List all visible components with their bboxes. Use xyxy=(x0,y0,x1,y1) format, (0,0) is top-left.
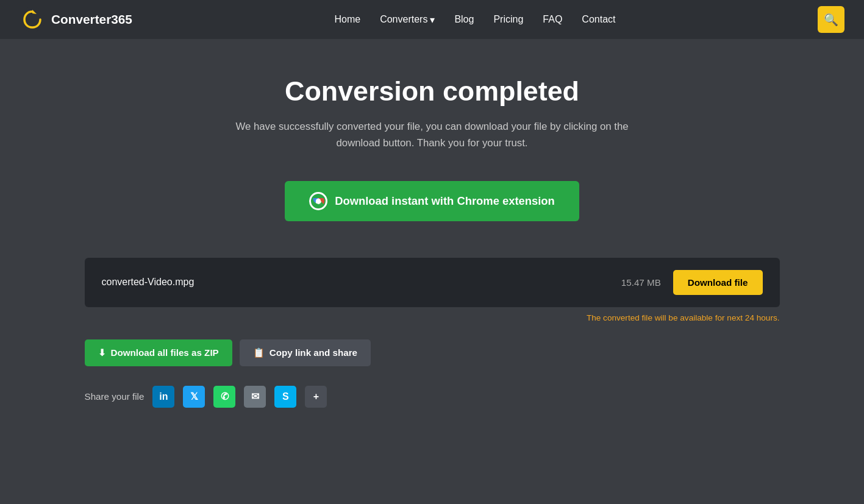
nav-home[interactable]: Home xyxy=(334,14,360,24)
download-file-button[interactable]: Download file xyxy=(673,270,763,295)
chrome-extension-button[interactable]: Download instant with Chrome extension xyxy=(285,181,579,221)
share-twitter-button[interactable]: 𝕏 xyxy=(183,386,205,408)
zip-label: Download all files as ZIP xyxy=(111,347,219,358)
copy-label: Copy link and share xyxy=(270,347,357,358)
copy-icon: 📋 xyxy=(253,347,265,358)
share-skype-button[interactable]: S xyxy=(274,386,296,408)
nav-pricing[interactable]: Pricing xyxy=(493,14,523,24)
svg-point-3 xyxy=(316,199,321,204)
linkedin-icon: in xyxy=(159,391,168,402)
download-zip-button[interactable]: ⬇ Download all files as ZIP xyxy=(85,339,232,366)
nav-blog[interactable]: Blog xyxy=(454,14,474,24)
twitter-icon: 𝕏 xyxy=(190,391,198,402)
file-row: converted-Video.mpg 15.47 MB Download fi… xyxy=(85,258,780,307)
share-whatsapp-button[interactable]: ✆ xyxy=(213,386,235,408)
copy-link-button[interactable]: 📋 Copy link and share xyxy=(240,339,371,366)
logo-text: Converter365 xyxy=(51,12,132,27)
main-content: Conversion completed We have successfull… xyxy=(0,39,864,432)
page-title: Conversion completed xyxy=(285,76,579,107)
file-row-container: converted-Video.mpg 15.47 MB Download fi… xyxy=(85,258,780,408)
navbar: Converter365 Home Converters Blog Pricin… xyxy=(0,0,864,39)
more-icon: + xyxy=(313,391,319,402)
skype-icon: S xyxy=(282,391,289,402)
search-icon: 🔍 xyxy=(824,13,838,27)
conversion-subtitle: We have successfully converted your file… xyxy=(219,119,646,152)
action-buttons: ⬇ Download all files as ZIP 📋 Copy link … xyxy=(85,339,780,366)
share-more-button[interactable]: + xyxy=(305,386,327,408)
logo-link[interactable]: Converter365 xyxy=(20,7,132,32)
nav-links: Home Converters Blog Pricing FAQ Contact xyxy=(334,14,615,26)
share-email-button[interactable]: ✉ xyxy=(244,386,266,408)
chrome-icon xyxy=(309,192,327,210)
download-icon: ⬇ xyxy=(98,347,106,358)
whatsapp-icon: ✆ xyxy=(221,391,229,402)
converters-chevron-icon xyxy=(430,14,435,26)
nav-contact[interactable]: Contact xyxy=(582,14,615,24)
share-row: Share your file in 𝕏 ✆ ✉ S + xyxy=(85,386,780,408)
logo-icon xyxy=(20,7,45,32)
availability-note: The converted file will be available for… xyxy=(85,313,780,322)
nav-faq[interactable]: FAQ xyxy=(543,14,562,24)
file-name: converted-Video.mpg xyxy=(102,277,195,288)
search-button[interactable]: 🔍 xyxy=(818,6,844,33)
file-right: 15.47 MB Download file xyxy=(621,270,763,295)
file-size: 15.47 MB xyxy=(621,277,661,288)
share-linkedin-button[interactable]: in xyxy=(152,386,174,408)
email-icon: ✉ xyxy=(251,391,259,402)
nav-converters[interactable]: Converters xyxy=(380,14,435,26)
chrome-ext-label: Download instant with Chrome extension xyxy=(335,194,555,208)
share-label: Share your file xyxy=(85,391,145,402)
